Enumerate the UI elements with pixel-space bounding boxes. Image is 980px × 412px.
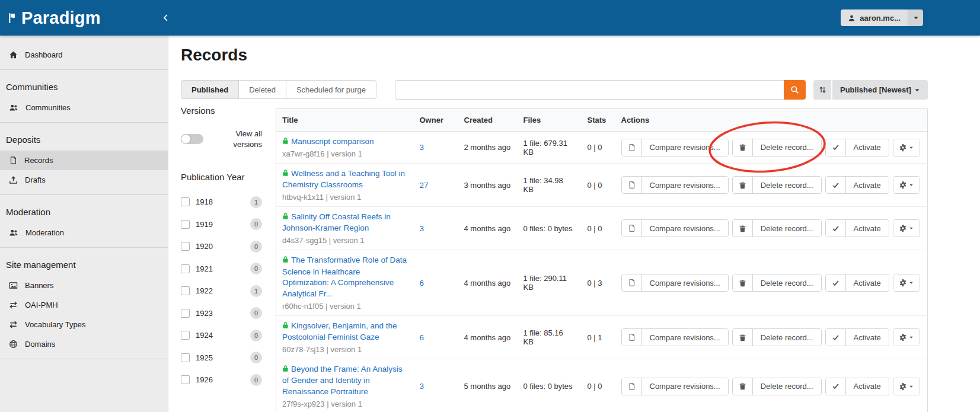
count-badge: 0 (250, 352, 262, 363)
compare-revisions-button[interactable]: Compare revisions... (621, 139, 729, 157)
trash-icon (733, 139, 753, 156)
sidebar-section: Communities Communities (0, 70, 168, 123)
sort-order-dropdown[interactable]: Published [Newest] (832, 80, 928, 100)
search-button[interactable] (784, 80, 806, 100)
checkbox[interactable] (181, 286, 190, 295)
user-name: aaron.mc... (860, 14, 901, 23)
activate-button[interactable]: Activate (825, 328, 889, 346)
created-cell: 2 months ago (458, 132, 518, 164)
activate-button[interactable]: Activate (825, 378, 889, 395)
record-id: r60hc-n1f05 | version 1 (282, 302, 408, 311)
file-icon (622, 378, 642, 395)
checkbox[interactable] (181, 353, 190, 362)
sidebar-item-domains[interactable]: Domains (0, 334, 168, 354)
tab-scheduled-for-purge[interactable]: Scheduled for purge (286, 80, 376, 99)
lock-icon (282, 212, 289, 223)
settings-dropdown-button[interactable] (893, 176, 920, 194)
compare-revisions-button[interactable]: Compare revisions... (621, 328, 729, 346)
compare-revisions-button[interactable]: Compare revisions... (621, 274, 729, 292)
owner-link[interactable]: 3 (420, 143, 424, 152)
sidebar-item-records[interactable]: Records (0, 151, 168, 170)
year-filter-1920[interactable]: 1920 0 (181, 235, 262, 258)
year-filter-1922[interactable]: 1922 1 (181, 280, 262, 302)
year-filter-1924[interactable]: 1924 0 (181, 324, 262, 347)
delete-record-button[interactable]: Delete record... (732, 378, 822, 395)
sidebar-collapse-button[interactable] (159, 0, 173, 36)
sidebar-heading-deposits: Deposits (0, 126, 168, 151)
year-filter-1925[interactable]: 1925 0 (181, 347, 262, 369)
record-title-link[interactable]: Kingsolver, Benjamin, and the Postcoloni… (282, 321, 397, 341)
sidebar-item-moderation[interactable]: Moderation (0, 223, 168, 242)
sidebar-item-banners[interactable]: Banners (0, 276, 168, 295)
delete-record-button[interactable]: Delete record... (732, 139, 822, 157)
col-header-files: Files (518, 109, 582, 132)
checkbox[interactable] (181, 242, 190, 251)
tab-published[interactable]: Published (181, 80, 239, 99)
year-filter-1919[interactable]: 1919 0 (181, 213, 262, 236)
checkbox[interactable] (181, 220, 190, 229)
trash-icon (733, 274, 753, 291)
sidebar-item-vocabulary-types[interactable]: Vocabulary Types (0, 315, 168, 334)
delete-record-button[interactable]: Delete record... (732, 176, 822, 194)
settings-dropdown-button[interactable] (893, 139, 920, 157)
sidebar-heading-moderation: Moderation (0, 199, 168, 223)
activate-button[interactable]: Activate (825, 219, 889, 237)
toggle-knob (181, 135, 190, 143)
settings-dropdown-button[interactable] (893, 328, 920, 346)
checkbox[interactable] (181, 331, 190, 340)
tab-deleted[interactable]: Deleted (238, 80, 286, 99)
caret-down-icon (909, 145, 914, 150)
search-input[interactable] (395, 80, 784, 100)
count-badge: 0 (250, 263, 262, 274)
upload-icon (9, 175, 18, 184)
sidebar: Dashboard Communities Communities Deposi… (0, 36, 168, 412)
checkbox[interactable] (181, 197, 190, 206)
owner-link[interactable]: 3 (420, 224, 424, 233)
owner-link[interactable]: 3 (420, 382, 424, 391)
record-title-link[interactable]: Salinity Off Coastal Reefs in Johnson-Kr… (282, 212, 391, 232)
settings-dropdown-button[interactable] (893, 219, 920, 237)
sidebar-item-drafts[interactable]: Drafts (0, 170, 168, 190)
year-filter-1923[interactable]: 1923 0 (181, 302, 262, 325)
owner-link[interactable]: 27 (420, 181, 429, 190)
activate-button[interactable]: Activate (825, 139, 889, 157)
col-header-created: Created (458, 109, 518, 132)
sidebar-item-communities[interactable]: Communities (0, 98, 168, 117)
sidebar-section: Moderation Moderation (0, 195, 168, 248)
sidebar-section: Dashboard (0, 36, 168, 70)
settings-dropdown-button[interactable] (893, 378, 920, 395)
year-filter-1926[interactable]: 1926 0 (181, 369, 262, 391)
record-title-link[interactable]: The Transformative Role of Data Science … (282, 255, 407, 298)
main-content: Records Published Deleted Scheduled for … (169, 36, 980, 412)
record-title-link[interactable]: Wellness and a Teaching Tool in Chemistr… (282, 169, 405, 189)
versions-filter-heading: Versions (181, 106, 215, 116)
owner-link[interactable]: 6 (420, 279, 424, 288)
year-filter-1921[interactable]: 1921 0 (181, 258, 262, 280)
checkbox[interactable] (181, 375, 190, 384)
delete-record-button[interactable]: Delete record... (732, 328, 822, 346)
year-filter-1918[interactable]: 1918 1 (181, 191, 262, 213)
sidebar-item-dashboard[interactable]: Dashboard (0, 45, 168, 65)
checkbox[interactable] (181, 264, 190, 273)
compare-revisions-button[interactable]: Compare revisions... (621, 176, 729, 194)
user-dropdown-caret[interactable] (908, 9, 923, 26)
compare-revisions-button[interactable]: Compare revisions... (621, 219, 729, 237)
owner-link[interactable]: 6 (420, 333, 424, 342)
delete-record-button[interactable]: Delete record... (732, 219, 822, 237)
created-cell: 5 months ago (458, 359, 518, 412)
record-title-link[interactable]: Beyond the Frame: An Analysis of Gender … (282, 365, 403, 396)
brand-logo[interactable]: Paradigm (7, 8, 101, 28)
activate-button[interactable]: Activate (825, 274, 889, 292)
record-title-link[interactable]: Manuscript comparison (291, 137, 374, 146)
activate-button[interactable]: Activate (825, 176, 889, 194)
settings-dropdown-button[interactable] (893, 274, 920, 292)
sidebar-item-oai-pmh[interactable]: OAI-PMH (0, 295, 168, 315)
sort-direction-button[interactable] (813, 80, 831, 100)
delete-record-button[interactable]: Delete record... (732, 274, 822, 292)
stats-cell: 0 | 0 (582, 132, 615, 164)
user-account-dropdown[interactable]: aaron.mc... (841, 9, 923, 26)
view-all-versions-toggle[interactable] (181, 134, 203, 144)
caret-down-icon (913, 15, 919, 21)
checkbox[interactable] (181, 309, 190, 318)
compare-revisions-button[interactable]: Compare revisions... (621, 378, 729, 395)
